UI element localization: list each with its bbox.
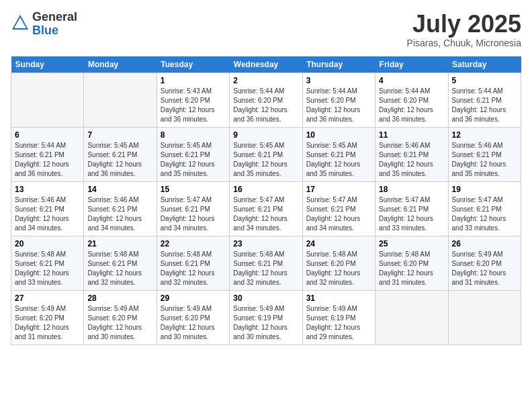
col-header-monday: Monday bbox=[84, 56, 157, 73]
calendar-cell: 18Sunrise: 5:47 AM Sunset: 6:21 PM Dayli… bbox=[375, 181, 448, 236]
col-header-sunday: Sunday bbox=[11, 56, 84, 73]
logo-icon bbox=[11, 13, 30, 32]
logo-blue: Blue bbox=[32, 24, 77, 38]
day-detail: Sunrise: 5:44 AM Sunset: 6:20 PM Dayligh… bbox=[379, 87, 444, 124]
day-detail: Sunrise: 5:48 AM Sunset: 6:21 PM Dayligh… bbox=[87, 250, 152, 287]
calendar-cell: 2Sunrise: 5:44 AM Sunset: 6:20 PM Daylig… bbox=[230, 73, 302, 127]
calendar-cell: 11Sunrise: 5:46 AM Sunset: 6:21 PM Dayli… bbox=[375, 127, 448, 181]
calendar-cell: 7Sunrise: 5:45 AM Sunset: 6:21 PM Daylig… bbox=[84, 127, 157, 181]
col-header-thursday: Thursday bbox=[302, 56, 375, 73]
day-detail: Sunrise: 5:46 AM Sunset: 6:21 PM Dayligh… bbox=[379, 141, 444, 179]
calendar-cell: 20Sunrise: 5:48 AM Sunset: 6:21 PM Dayli… bbox=[11, 236, 84, 290]
day-detail: Sunrise: 5:46 AM Sunset: 6:21 PM Dayligh… bbox=[15, 195, 80, 233]
logo-general: General bbox=[32, 11, 77, 24]
calendar-cell: 5Sunrise: 5:44 AM Sunset: 6:21 PM Daylig… bbox=[448, 73, 521, 127]
day-number: 2 bbox=[233, 76, 298, 85]
col-header-saturday: Saturday bbox=[448, 56, 521, 73]
calendar-cell: 23Sunrise: 5:48 AM Sunset: 6:21 PM Dayli… bbox=[230, 236, 302, 290]
day-detail: Sunrise: 5:48 AM Sunset: 6:21 PM Dayligh… bbox=[161, 250, 226, 287]
col-header-tuesday: Tuesday bbox=[157, 56, 229, 73]
day-detail: Sunrise: 5:44 AM Sunset: 6:20 PM Dayligh… bbox=[233, 87, 298, 124]
day-number: 19 bbox=[452, 185, 517, 194]
day-number: 16 bbox=[233, 185, 298, 194]
day-detail: Sunrise: 5:44 AM Sunset: 6:21 PM Dayligh… bbox=[452, 87, 517, 124]
day-number: 6 bbox=[15, 130, 80, 140]
day-number: 28 bbox=[87, 293, 152, 303]
calendar-cell: 22Sunrise: 5:48 AM Sunset: 6:21 PM Dayli… bbox=[157, 236, 229, 290]
day-detail: Sunrise: 5:45 AM Sunset: 6:21 PM Dayligh… bbox=[233, 141, 298, 179]
page-header: General Blue July 2025 Pisaras, Chuuk, M… bbox=[11, 11, 521, 48]
day-detail: Sunrise: 5:43 AM Sunset: 6:20 PM Dayligh… bbox=[161, 87, 226, 124]
location: Pisaras, Chuuk, Micronesia bbox=[407, 38, 521, 48]
day-detail: Sunrise: 5:47 AM Sunset: 6:21 PM Dayligh… bbox=[452, 195, 517, 233]
calendar-cell: 29Sunrise: 5:49 AM Sunset: 6:20 PM Dayli… bbox=[157, 290, 229, 345]
day-number: 13 bbox=[15, 185, 80, 194]
calendar-cell: 17Sunrise: 5:47 AM Sunset: 6:21 PM Dayli… bbox=[302, 181, 375, 236]
calendar-cell: 9Sunrise: 5:45 AM Sunset: 6:21 PM Daylig… bbox=[230, 127, 302, 181]
day-detail: Sunrise: 5:45 AM Sunset: 6:21 PM Dayligh… bbox=[161, 141, 226, 179]
calendar-cell: 14Sunrise: 5:46 AM Sunset: 6:21 PM Dayli… bbox=[84, 181, 157, 236]
calendar-cell bbox=[84, 73, 157, 127]
month-title: July 2025 bbox=[407, 11, 521, 38]
calendar-cell bbox=[448, 290, 521, 345]
day-detail: Sunrise: 5:44 AM Sunset: 6:20 PM Dayligh… bbox=[306, 87, 371, 124]
calendar-cell: 30Sunrise: 5:49 AM Sunset: 6:19 PM Dayli… bbox=[230, 290, 302, 345]
day-detail: Sunrise: 5:45 AM Sunset: 6:21 PM Dayligh… bbox=[87, 141, 152, 179]
day-number: 29 bbox=[161, 293, 226, 303]
day-detail: Sunrise: 5:49 AM Sunset: 6:20 PM Dayligh… bbox=[452, 250, 517, 287]
title-block: July 2025 Pisaras, Chuuk, Micronesia bbox=[407, 11, 521, 48]
day-detail: Sunrise: 5:48 AM Sunset: 6:21 PM Dayligh… bbox=[15, 250, 80, 287]
day-number: 4 bbox=[379, 76, 444, 85]
day-detail: Sunrise: 5:49 AM Sunset: 6:20 PM Dayligh… bbox=[161, 304, 226, 342]
day-number: 1 bbox=[161, 76, 226, 85]
day-number: 24 bbox=[306, 239, 371, 248]
calendar-cell: 24Sunrise: 5:48 AM Sunset: 6:20 PM Dayli… bbox=[302, 236, 375, 290]
calendar-cell bbox=[375, 290, 448, 345]
calendar-cell: 12Sunrise: 5:46 AM Sunset: 6:21 PM Dayli… bbox=[448, 127, 521, 181]
calendar-week-row: 6Sunrise: 5:44 AM Sunset: 6:21 PM Daylig… bbox=[11, 127, 521, 181]
logo: General Blue bbox=[11, 11, 77, 38]
calendar-cell: 15Sunrise: 5:47 AM Sunset: 6:21 PM Dayli… bbox=[157, 181, 229, 236]
calendar-week-row: 27Sunrise: 5:49 AM Sunset: 6:20 PM Dayli… bbox=[11, 290, 521, 345]
day-number: 18 bbox=[379, 185, 444, 194]
calendar-header-row: SundayMondayTuesdayWednesdayThursdayFrid… bbox=[11, 56, 521, 73]
day-detail: Sunrise: 5:46 AM Sunset: 6:21 PM Dayligh… bbox=[87, 195, 152, 233]
day-number: 14 bbox=[87, 185, 152, 194]
day-number: 12 bbox=[452, 130, 517, 140]
day-number: 5 bbox=[452, 76, 517, 85]
day-number: 25 bbox=[379, 239, 444, 248]
day-number: 31 bbox=[306, 293, 371, 303]
day-number: 22 bbox=[161, 239, 226, 248]
day-detail: Sunrise: 5:48 AM Sunset: 6:20 PM Dayligh… bbox=[306, 250, 371, 287]
day-detail: Sunrise: 5:44 AM Sunset: 6:21 PM Dayligh… bbox=[15, 141, 80, 179]
calendar-cell: 4Sunrise: 5:44 AM Sunset: 6:20 PM Daylig… bbox=[375, 73, 448, 127]
day-detail: Sunrise: 5:47 AM Sunset: 6:21 PM Dayligh… bbox=[306, 195, 371, 233]
calendar-cell: 27Sunrise: 5:49 AM Sunset: 6:20 PM Dayli… bbox=[11, 290, 84, 345]
day-detail: Sunrise: 5:46 AM Sunset: 6:21 PM Dayligh… bbox=[452, 141, 517, 179]
day-detail: Sunrise: 5:47 AM Sunset: 6:21 PM Dayligh… bbox=[233, 195, 298, 233]
calendar-cell: 3Sunrise: 5:44 AM Sunset: 6:20 PM Daylig… bbox=[302, 73, 375, 127]
calendar-cell: 28Sunrise: 5:49 AM Sunset: 6:20 PM Dayli… bbox=[84, 290, 157, 345]
calendar-cell: 25Sunrise: 5:48 AM Sunset: 6:20 PM Dayli… bbox=[375, 236, 448, 290]
day-number: 20 bbox=[15, 239, 80, 248]
col-header-wednesday: Wednesday bbox=[230, 56, 302, 73]
calendar-cell: 8Sunrise: 5:45 AM Sunset: 6:21 PM Daylig… bbox=[157, 127, 229, 181]
day-detail: Sunrise: 5:48 AM Sunset: 6:21 PM Dayligh… bbox=[233, 250, 298, 287]
day-detail: Sunrise: 5:45 AM Sunset: 6:21 PM Dayligh… bbox=[306, 141, 371, 179]
day-number: 30 bbox=[233, 293, 298, 303]
calendar-cell: 16Sunrise: 5:47 AM Sunset: 6:21 PM Dayli… bbox=[230, 181, 302, 236]
day-detail: Sunrise: 5:48 AM Sunset: 6:20 PM Dayligh… bbox=[379, 250, 444, 287]
day-detail: Sunrise: 5:47 AM Sunset: 6:21 PM Dayligh… bbox=[161, 195, 226, 233]
calendar-cell: 6Sunrise: 5:44 AM Sunset: 6:21 PM Daylig… bbox=[11, 127, 84, 181]
day-number: 11 bbox=[379, 130, 444, 140]
logo-text: General Blue bbox=[32, 11, 77, 38]
calendar-table: SundayMondayTuesdayWednesdayThursdayFrid… bbox=[11, 56, 521, 345]
day-number: 10 bbox=[306, 130, 371, 140]
day-number: 26 bbox=[452, 239, 517, 248]
day-number: 15 bbox=[161, 185, 226, 194]
calendar-cell bbox=[11, 73, 84, 127]
day-number: 9 bbox=[233, 130, 298, 140]
calendar-week-row: 1Sunrise: 5:43 AM Sunset: 6:20 PM Daylig… bbox=[11, 73, 521, 127]
day-number: 17 bbox=[306, 185, 371, 194]
calendar-week-row: 20Sunrise: 5:48 AM Sunset: 6:21 PM Dayli… bbox=[11, 236, 521, 290]
